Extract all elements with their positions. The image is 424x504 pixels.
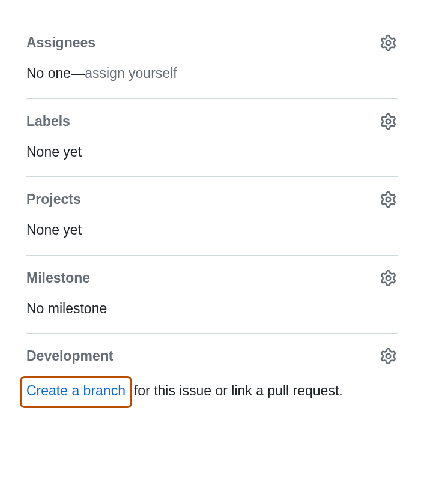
projects-title: Projects [26,191,81,208]
labels-settings-button[interactable] [379,112,398,131]
assignees-section: Assignees No one—assign yourself [26,29,398,99]
development-section: Development Create a branchfor this issu… [26,334,398,422]
gear-icon [380,270,396,286]
create-branch-highlight: Create a branch [20,376,132,408]
gear-icon [380,191,396,208]
milestone-title: Milestone [26,270,90,286]
gear-icon [380,35,396,51]
projects-body: None yet [26,220,398,241]
assignees-body: No one—assign yourself [26,63,398,84]
section-header: Milestone [26,269,398,287]
assign-yourself-link[interactable]: assign yourself [85,65,177,81]
section-header: Assignees [26,34,398,52]
labels-body: None yet [26,142,398,163]
development-body: Create a branchfor this issue or link a … [26,376,398,408]
labels-title: Labels [26,113,70,130]
projects-section: Projects None yet [26,177,398,256]
milestone-settings-button[interactable] [379,269,398,287]
gear-icon [380,113,396,130]
assignees-settings-button[interactable] [379,34,398,52]
labels-section: Labels None yet [26,99,398,178]
assignees-title: Assignees [26,35,95,51]
projects-settings-button[interactable] [379,190,398,209]
development-rest-text: for this issue or link a pull request. [134,383,343,398]
milestone-section: Milestone No milestone [26,256,398,334]
milestone-body: No milestone [26,298,398,319]
development-settings-button[interactable] [379,347,398,365]
development-title: Development [26,348,113,364]
create-branch-link[interactable]: Create a branch [26,383,126,398]
section-header: Labels [26,112,398,131]
gear-icon [380,348,396,364]
no-one-text: No one— [26,65,85,81]
section-header: Development [26,347,398,365]
section-header: Projects [26,190,398,209]
issue-sidebar: Assignees No one—assign yourself Labels … [26,29,398,422]
